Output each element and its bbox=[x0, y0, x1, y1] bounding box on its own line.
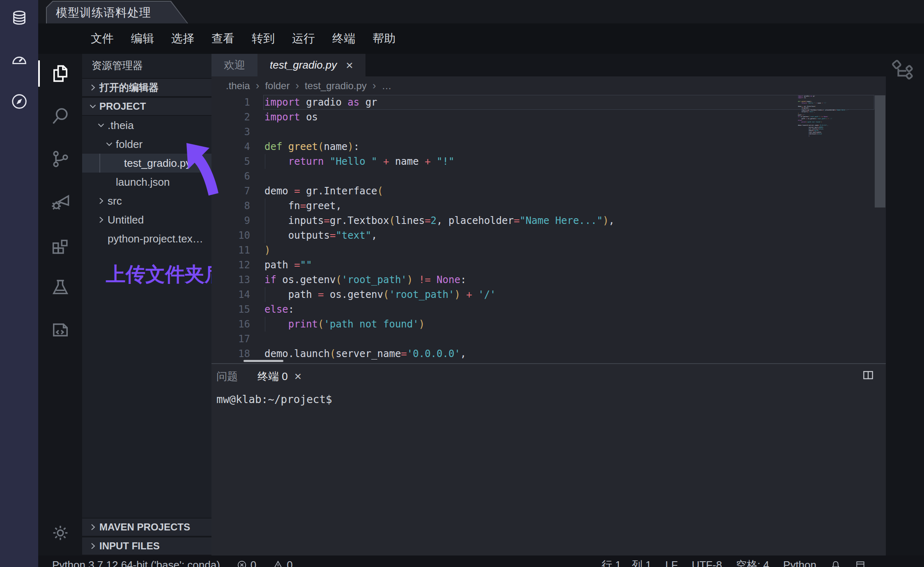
label: LF bbox=[665, 559, 678, 567]
chevron-down-icon bbox=[104, 139, 114, 149]
line-number: 12 bbox=[211, 258, 250, 272]
code-line-13: 13if os.getenv('root_path') != None: bbox=[211, 272, 886, 287]
label: python-project.tex… bbox=[108, 233, 203, 245]
line-content: path = os.getenv('root_path') + '/' bbox=[250, 287, 496, 302]
line-number: 3 bbox=[211, 124, 250, 139]
code-line-17: 17 bbox=[211, 332, 886, 346]
label: Untitled bbox=[108, 214, 144, 226]
line-number: 10 bbox=[211, 228, 250, 243]
breadcrumb-item-.theia[interactable]: .theia bbox=[226, 80, 250, 92]
line-number: 16 bbox=[211, 317, 250, 332]
section-header-PROJECT[interactable]: PROJECT bbox=[82, 97, 211, 116]
line-content: def greet(name): bbox=[250, 139, 359, 154]
activity-bar bbox=[38, 54, 82, 555]
section-header-MAVEN PROJECTS[interactable]: MAVEN PROJECTS bbox=[82, 518, 211, 537]
tree-item-Untitled[interactable]: Untitled bbox=[82, 210, 211, 229]
breadcrumb-item-test_gradio.py[interactable]: test_gradio.py bbox=[305, 80, 367, 92]
tree-item-.theia[interactable]: .theia bbox=[82, 116, 211, 135]
horizontal-scrollbar[interactable] bbox=[244, 360, 283, 362]
vertical-scrollbar[interactable] bbox=[875, 95, 885, 207]
status-item-Python 3.7.12 64-bit ('base': conda)[interactable]: Python 3.7.12 64-bit ('base': conda) bbox=[52, 559, 220, 567]
dependency-graph-icon[interactable] bbox=[890, 58, 915, 83]
status-item-0[interactable]: 0 bbox=[273, 559, 292, 567]
split-panel-icon[interactable] bbox=[862, 369, 874, 382]
status-item-layout-panel-icon[interactable] bbox=[855, 560, 866, 567]
explorer-sidebar: 资源管理器 打开的编辑器PROJECT.theiafoldertest_grad… bbox=[82, 54, 211, 555]
minimap[interactable]: import gradio as grimport os def greet(n… bbox=[798, 95, 849, 141]
breadcrumb-separator: › bbox=[372, 79, 376, 92]
status-item-空格: 4[interactable]: 空格: 4 bbox=[736, 558, 769, 567]
editor-tab-欢迎[interactable]: 欢迎 bbox=[211, 54, 257, 76]
chevron-right-icon bbox=[96, 196, 106, 206]
editor-tab-test_gradio.py[interactable]: test_gradio.py× bbox=[257, 54, 365, 76]
status-item-行 1、列 1[interactable]: 行 1、列 1 bbox=[602, 558, 651, 567]
annotation-text: 上传文件夹后 bbox=[106, 261, 211, 288]
label: 行 1、列 1 bbox=[602, 558, 651, 567]
status-item-LF[interactable]: LF bbox=[665, 559, 678, 567]
menu-item-运行[interactable]: 运行 bbox=[290, 29, 317, 48]
line-number: 11 bbox=[211, 243, 250, 258]
test-flask-icon[interactable] bbox=[50, 277, 71, 298]
line-content: print('path not found') bbox=[250, 317, 425, 332]
terminal-output[interactable]: mw@klab:~/project$ bbox=[216, 391, 332, 408]
menu-item-帮助[interactable]: 帮助 bbox=[370, 29, 398, 48]
breadcrumb-item-folder[interactable]: folder bbox=[265, 80, 290, 92]
code-line-9: 9 inputs=gr.Textbox(lines=2, placeholder… bbox=[211, 213, 886, 228]
files-icon[interactable] bbox=[50, 63, 71, 84]
panel-tab-问题[interactable]: 问题 bbox=[216, 369, 238, 384]
breadcrumb-separator: › bbox=[295, 79, 299, 92]
line-content: import os bbox=[250, 110, 318, 124]
label: MAVEN PROJECTS bbox=[99, 521, 190, 533]
code-line-10: 10 outputs="text", bbox=[211, 228, 886, 243]
line-number: 9 bbox=[211, 213, 250, 228]
extensions-icon[interactable] bbox=[50, 234, 71, 255]
breadcrumb[interactable]: .theia›folder›test_gradio.py›… bbox=[211, 76, 886, 95]
app-tab[interactable]: 模型训练语料处理 bbox=[46, 1, 188, 23]
menu-item-转到[interactable]: 转到 bbox=[249, 29, 277, 48]
app-tab-title: 模型训练语料处理 bbox=[56, 5, 151, 21]
status-item-Python[interactable]: Python bbox=[783, 559, 816, 567]
tree-item-python-project.tex…[interactable]: python-project.tex… bbox=[82, 229, 211, 248]
breadcrumb-item-…[interactable]: … bbox=[382, 80, 392, 92]
gauge-icon[interactable] bbox=[10, 50, 29, 69]
menu-item-查看[interactable]: 查看 bbox=[209, 29, 237, 48]
label: folder bbox=[116, 138, 143, 151]
section-header-打开的编辑器[interactable]: 打开的编辑器 bbox=[82, 78, 211, 97]
code-line-4: 4def greet(name): bbox=[211, 139, 886, 154]
menu-item-选择[interactable]: 选择 bbox=[169, 29, 197, 48]
line-content bbox=[250, 332, 264, 346]
label: .theia bbox=[108, 119, 134, 132]
menu-item-终端[interactable]: 终端 bbox=[330, 29, 358, 48]
label: UTF-8 bbox=[692, 559, 722, 567]
label: launch.json bbox=[116, 176, 170, 189]
bell-icon bbox=[830, 560, 841, 567]
tab-label: test_gradio.py bbox=[270, 59, 337, 71]
database-icon[interactable] bbox=[10, 9, 29, 28]
close-icon[interactable]: × bbox=[346, 59, 353, 71]
status-item-bell-icon[interactable] bbox=[830, 560, 841, 567]
section-header-INPUT FILES[interactable]: INPUT FILES bbox=[82, 537, 211, 555]
tab-label: 终端 0 bbox=[257, 369, 288, 384]
code-line-15: 15else: bbox=[211, 302, 886, 317]
line-number: 14 bbox=[211, 287, 250, 302]
status-item-0[interactable]: 0 bbox=[237, 559, 256, 567]
code-editor[interactable]: 1import gradio as gr2import os34def gree… bbox=[211, 95, 886, 363]
line-number: 13 bbox=[211, 272, 250, 287]
gear-icon[interactable] bbox=[50, 522, 71, 544]
source-control-icon[interactable] bbox=[50, 148, 71, 170]
error-icon bbox=[237, 560, 247, 567]
code-line-14: 14 path = os.getenv('root_path') + '/' bbox=[211, 287, 886, 302]
menu-item-文件[interactable]: 文件 bbox=[88, 29, 116, 48]
search-icon[interactable] bbox=[50, 106, 71, 127]
menu-bar: 文件编辑选择查看转到运行终端帮助 bbox=[38, 23, 924, 54]
compass-icon[interactable] bbox=[10, 92, 29, 111]
close-icon[interactable]: × bbox=[294, 369, 302, 383]
panel-tab-终端 0[interactable]: 终端 0× bbox=[257, 369, 301, 384]
label: Python bbox=[783, 559, 816, 567]
status-item-UTF-8[interactable]: UTF-8 bbox=[692, 559, 722, 567]
menu-item-编辑[interactable]: 编辑 bbox=[129, 29, 156, 48]
run-debug-icon[interactable] bbox=[50, 191, 71, 212]
sidebar-title: 资源管理器 bbox=[82, 54, 211, 78]
label: 打开的编辑器 bbox=[99, 81, 159, 94]
code-file-icon[interactable] bbox=[50, 319, 71, 341]
